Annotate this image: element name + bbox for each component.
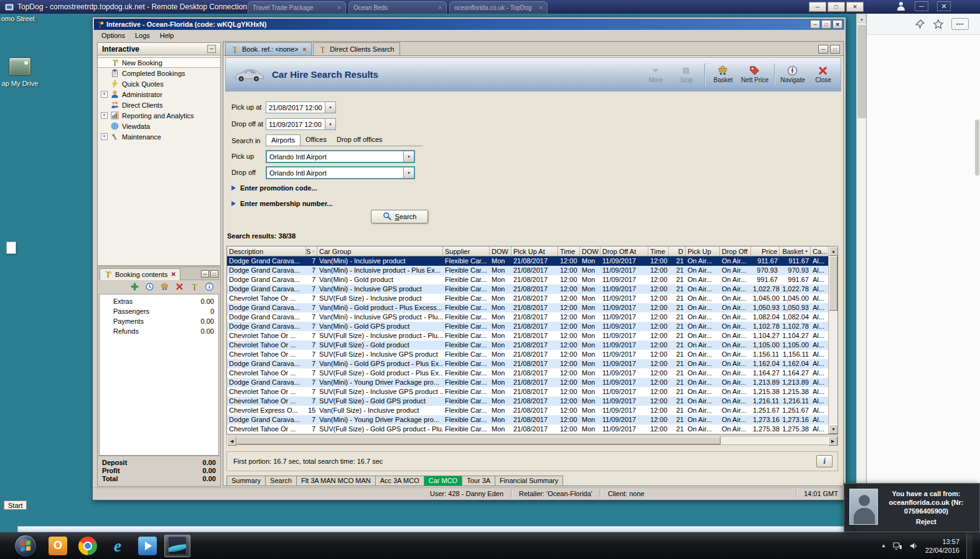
column-header-d[interactable]: D [669, 247, 686, 256]
scrollbar-thumb[interactable] [829, 256, 838, 311]
result-row[interactable]: Chevrolet Tahoe Or ...7SUV(Full Size) - … [227, 331, 828, 341]
info-button[interactable]: i [816, 455, 833, 467]
scroll-up-icon[interactable]: ▲ [857, 14, 866, 23]
browser-tab-ocean-beds[interactable]: Ocean Beds× [348, 1, 447, 14]
chevron-down-icon[interactable]: ▼ [403, 151, 414, 162]
scroll-right-icon[interactable]: ▶ [828, 436, 838, 446]
menu-item-help[interactable]: Help [155, 31, 179, 40]
scrollbar-thumb[interactable] [236, 436, 721, 444]
column-header-ca[interactable]: Ca... [811, 247, 828, 256]
sidebar-item-maintenance[interactable]: +Maintenance [98, 131, 220, 142]
result-row[interactable]: Chevrolet Tahoe Or ...7SUV(Full Size) - … [227, 369, 828, 378]
result-row[interactable]: Chevrolet Tahoe Or ...7SUV(Full Size) - … [227, 387, 828, 397]
mapped-drive-icon[interactable] [9, 57, 31, 76]
favorites-star-icon[interactable] [933, 19, 944, 30]
column-header-description[interactable]: Description [227, 247, 306, 256]
expand-plus-icon[interactable]: + [101, 133, 108, 140]
desktop-icon-label[interactable]: ap My Drive [0, 80, 40, 87]
component-tab-financial-summary[interactable]: Financial Summary [495, 476, 563, 486]
toolbar-button-close[interactable]: Close [811, 65, 836, 83]
pin-icon[interactable] [914, 19, 925, 30]
result-row[interactable]: Dodge Grand Carava...7Van(Mini) - Young … [227, 378, 828, 387]
result-row[interactable]: Dodge Grand Carava...7Van(Mini) - Gold G… [227, 359, 828, 369]
maximize-button[interactable]: □ [830, 45, 840, 54]
column-header-pick-up-at[interactable]: Pick Up At [511, 247, 558, 256]
column-header-dow[interactable]: DOW [490, 247, 511, 256]
network-icon[interactable] [893, 542, 902, 550]
sidebar-item-new-booking[interactable]: New Booking [98, 57, 220, 68]
expand-plus-icon[interactable]: + [101, 91, 108, 98]
toolbar-button-basket[interactable]: Basket [711, 65, 735, 83]
result-row[interactable]: Chevrolet Tahoe Or ...7SUV(Full Size) - … [227, 341, 828, 350]
result-row[interactable]: Chevrolet Tahoe Or ...7SUV(Full Size) - … [227, 350, 828, 359]
delete-icon[interactable] [175, 283, 184, 291]
column-header-supplier[interactable]: Supplier [443, 247, 490, 256]
taskbar-button-remote-app[interactable] [164, 535, 190, 557]
rdp-title-bar[interactable]: TopDog - comostreetrdp.topdog.uk.net - R… [0, 0, 980, 14]
taskbar-button-outlook[interactable]: O [45, 535, 71, 557]
tray-expand-icon[interactable]: ▲ [881, 543, 886, 548]
tab-close-icon[interactable]: × [539, 4, 543, 11]
add-icon[interactable] [131, 283, 139, 291]
browser-tab-oceanflorida-co-uk-topdog[interactable]: oceanflorida.co.uk - TopDog× [449, 1, 548, 14]
scrollbar-thumb[interactable] [857, 25, 866, 118]
search-in-tab-offices[interactable]: Offices [301, 134, 332, 146]
tab-close-icon[interactable]: × [303, 46, 307, 53]
browser-scrollbar[interactable]: ▲ ▼ [856, 14, 866, 534]
chevron-down-icon[interactable]: ▼ [403, 167, 414, 178]
result-row[interactable]: Chevrolet Express O...15Van(Full Size) -… [227, 406, 828, 415]
restore-button[interactable]: □ [828, 2, 845, 12]
close-button[interactable]: ✕ [846, 2, 864, 12]
column-header-car-group[interactable]: Car Group [317, 247, 443, 256]
result-row[interactable]: Dodge Grand Carava...7Van(Mini) - Inclus… [227, 266, 828, 275]
toolbar-button-navigate[interactable]: Navigate [780, 65, 805, 83]
basket-icon[interactable] [161, 283, 169, 291]
component-tab-acc-3a-mco[interactable]: Acc 3A MCO [375, 476, 424, 486]
volume-icon[interactable] [909, 542, 918, 550]
component-tab-search[interactable]: Search [265, 476, 297, 486]
scroll-left-icon[interactable]: ◀ [227, 436, 236, 446]
taskbar-clock[interactable]: 13:57 22/04/2016 [925, 537, 959, 555]
user-profile-icon[interactable] [896, 1, 906, 11]
show-desktop-button[interactable] [966, 532, 973, 559]
result-row[interactable]: Chevrolet Tahoe Or ...7SUV(Full Size) - … [227, 294, 828, 303]
result-row[interactable]: Chevrolet Tahoe Or ...7SUV(Full Size) - … [227, 425, 828, 434]
maximize-button[interactable]: □ [821, 20, 831, 29]
result-row[interactable]: Dodge Grand Carava...7Van(Mini) - Gold p… [227, 303, 828, 312]
menu-item-options[interactable]: Options [96, 31, 130, 40]
taskbar-button-media-player[interactable] [134, 535, 161, 557]
app-title-bar[interactable]: Interactive - Ocean-Florida (code: wKQLg… [94, 19, 844, 30]
drop-off-combo[interactable]: Orlando Intl Airport ▼ [266, 166, 415, 179]
maximize-button[interactable]: □ [210, 270, 218, 278]
info-icon[interactable] [205, 283, 214, 291]
search-button[interactable]: Search [371, 210, 428, 223]
vertical-scrollbar[interactable]: ▲ ▼ [828, 247, 838, 434]
column-header-basket[interactable]: Basket▼ [780, 247, 811, 256]
sidebar-item-direct-clients[interactable]: Direct Clients [98, 100, 220, 110]
result-row[interactable]: Dodge Grand Carava...7Van(Mini) - Inclus… [227, 256, 828, 266]
column-header-time[interactable]: Time [558, 247, 580, 256]
sidebar-item-completed-bookings[interactable]: Completed Bookings [98, 68, 220, 78]
more-menu-icon[interactable]: ••• [951, 18, 969, 30]
doc-tab-direct-clients-search[interactable]: Direct Clients Search [313, 42, 399, 55]
panel-scrollbar-thumb[interactable] [975, 120, 979, 176]
taskbar-button-internet-explorer[interactable]: e [105, 535, 131, 557]
pick-up-combo[interactable]: Orlando Intl Airport ▼ [266, 150, 415, 163]
desktop-document-icon[interactable] [6, 242, 16, 254]
minimize-button[interactable]: ─ [809, 2, 826, 12]
column-header-pick-up[interactable]: Pick Up [686, 247, 720, 256]
toolbar-button-nett-price[interactable]: Nett Price [741, 65, 768, 83]
browser-tab-travel-trade-package[interactable]: Travel Trade Package× [248, 1, 346, 14]
column-header-time[interactable]: Time [648, 247, 669, 256]
desktop-icon-label[interactable]: omo Street [1, 15, 35, 22]
booking-contents-tab[interactable]: Booking contents ✕ [100, 268, 180, 280]
palm-icon[interactable] [190, 283, 199, 291]
horizontal-scrollbar[interactable]: ◀ ▶ [226, 436, 838, 445]
search-in-tab-drop-off-offices[interactable]: Drop off offices [332, 134, 388, 146]
sidebar-item-quick-quotes[interactable]: Quick Quotes [98, 78, 220, 89]
column-header-price[interactable]: Price [751, 247, 780, 256]
minimize-button[interactable]: ─ [810, 20, 820, 29]
component-tab-car-mco[interactable]: Car MCO [424, 476, 462, 486]
close-icon[interactable]: ✕ [937, 1, 951, 11]
membership-number-expander[interactable]: Enter membership number... [231, 199, 333, 208]
